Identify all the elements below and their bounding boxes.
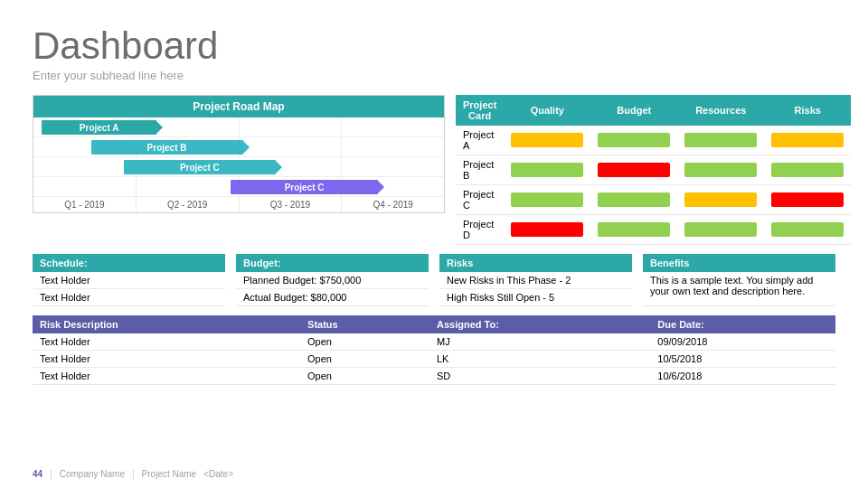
pc-header-row: Project Card Quality Budget Resources Ri… [456,95,851,126]
risk-table: Risk Description Status Assigned To: Due… [33,315,835,385]
risks-info-header: Risks [439,254,632,272]
page-subhead: Enter your subhead line here [33,69,835,82]
footer-page-number: 44 [33,469,42,479]
risk-desc: Text Holder [33,333,300,351]
benefits-text: This is a sample text. You simply add yo… [643,272,835,306]
risk-status: Open [300,368,429,385]
th-quality: Quality [504,95,590,126]
risk-row: Text Holder Open SD 10/6/2018 [33,368,835,385]
pc-name: Project C [456,185,504,215]
th-risks: Risks [764,95,851,126]
roadmap-title: Project Road Map [33,96,444,117]
pc-risks [764,155,851,185]
budget-cell: Actual Budget: $80,000 [236,289,429,306]
th-risk-status: Status [300,315,429,333]
risk-assigned: MJ [429,333,650,351]
project-c1-label: Project C [180,163,220,173]
risks-info-row: New Risks in This Phase - 2 [439,272,632,289]
footer-project: Project Name [142,469,197,479]
schedule-cell: Text Holder [33,272,225,289]
page-title: Dashboard [33,25,835,67]
risk-row: Text Holder Open LK 10/5/2018 [33,351,835,368]
pc-risks [764,126,851,155]
th-risk-assigned: Assigned To: [429,315,650,333]
pc-quality [504,155,590,185]
risk-status: Open [300,351,429,368]
budget-row: Planned Budget: $750,000 [236,272,429,289]
pc-name: Project A [456,126,504,155]
risks-info-cell: New Risks in This Phase - 2 [439,272,632,289]
pc-budget [590,155,677,185]
pc-risks [764,185,851,215]
pc-name: Project D [456,215,504,245]
benefits-table: Benefits This is a sample text. You simp… [643,254,835,306]
budget-row: Actual Budget: $80,000 [236,289,429,306]
quarter-2: Q2 - 2019 [137,197,240,212]
budget-header: Budget: [236,254,429,272]
project-b-label: Project B [147,143,187,153]
schedule-row: Text Holder [33,289,225,306]
pc-row: Project A [456,126,851,155]
risk-desc: Text Holder [33,368,300,385]
th-resources: Resources [677,95,764,126]
risks-info-cell: High Risks Still Open - 5 [439,289,632,306]
roadmap-section: Project Road Map Project A [33,95,445,245]
pc-row: Project B [456,155,851,185]
risk-due: 09/09/2018 [650,333,835,351]
pc-quality [504,185,590,215]
pc-quality [504,215,590,245]
schedule-header: Schedule: [33,254,225,272]
gantt-quarters: Q1 - 2019 Q2 - 2019 Q3 - 2019 Q4 - 2019 [33,197,444,212]
benefits-row: This is a sample text. You simply add yo… [643,272,835,306]
pc-budget [590,185,677,215]
schedule-cell: Text Holder [33,289,225,306]
pc-row: Project D [456,215,851,245]
gantt-row-3: Project C [33,157,444,177]
risk-assigned: LK [429,351,650,368]
risks-info-table: Risks New Risks in This Phase - 2High Ri… [439,254,632,306]
quarter-1: Q1 - 2019 [33,197,137,212]
budget-table: Budget: Planned Budget: $750,000Actual B… [236,254,429,306]
project-a-label: Project A [80,123,119,133]
pc-resources [677,215,764,245]
footer: 44 | Company Name | Project Name <Date> [33,469,233,479]
pc-resources [677,126,764,155]
pc-name: Project B [456,155,504,185]
risk-assigned: SD [429,368,650,385]
bottom-tables: Schedule: Text HolderText Holder Budget:… [33,254,835,306]
footer-date: <Date> [203,469,233,479]
risk-table-section: Risk Description Status Assigned To: Due… [33,315,835,385]
footer-company: Company Name [60,469,125,479]
gantt-row-2: Project B [33,137,444,157]
th-risk-desc: Risk Description [33,315,300,333]
risk-desc: Text Holder [33,351,300,368]
th-project-card: Project Card [456,95,504,126]
project-card-section: Project Card Quality Budget Resources Ri… [456,95,835,245]
project-card-table: Project Card Quality Budget Resources Ri… [456,95,851,245]
gantt-rows-area: Project A Project B [33,117,444,197]
risk-due: 10/6/2018 [650,368,835,385]
risk-status: Open [300,333,429,351]
gantt-row-4: Project C [33,177,444,197]
risk-due: 10/5/2018 [650,351,835,368]
gantt-wrapper: Project Road Map Project A [33,95,445,213]
project-c1-bar: Project C [124,160,276,174]
pc-row: Project C [456,185,851,215]
pc-resources [677,155,764,185]
quarter-4: Q4 - 2019 [342,197,444,212]
budget-cell: Planned Budget: $750,000 [236,272,429,289]
main-grid: Project Road Map Project A [33,95,835,245]
risk-row: Text Holder Open MJ 09/09/2018 [33,333,835,351]
pc-quality [504,126,590,155]
project-c2-label: Project C [285,183,325,192]
dashboard-page: Dashboard Enter your subhead line here P… [0,0,868,488]
quarter-3: Q3 - 2019 [240,197,343,212]
pc-risks [764,215,851,245]
risks-info-row: High Risks Still Open - 5 [439,289,632,306]
gantt-row-1: Project A [33,117,444,137]
benefits-header: Benefits [643,254,835,272]
schedule-row: Text Holder [33,272,225,289]
pc-budget [590,126,677,155]
th-risk-due: Due Date: [650,315,835,333]
project-b-bar: Project B [91,140,243,155]
